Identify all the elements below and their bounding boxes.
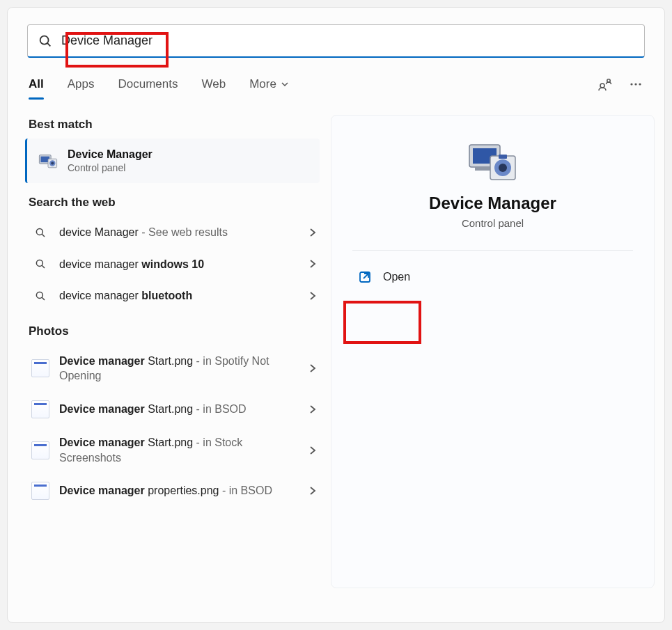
tab-documents[interactable]: Documents — [116, 73, 179, 95]
svg-point-6 — [639, 83, 641, 85]
photo-result-text: Device manager properties.png - in BSOD — [59, 483, 308, 498]
web-result-2[interactable]: device manager bluetooth — [27, 280, 320, 312]
chevron-right-icon — [308, 486, 317, 496]
more-options-icon[interactable] — [627, 75, 645, 93]
device-manager-icon — [38, 151, 58, 171]
tab-web[interactable]: Web — [200, 73, 227, 95]
tabs-row: All Apps Documents Web More — [27, 73, 645, 95]
chevron-right-icon — [308, 446, 317, 455]
svg-line-13 — [42, 234, 45, 237]
web-result-1[interactable]: device manager windows 10 — [27, 249, 320, 281]
svg-point-12 — [36, 228, 42, 235]
svg-point-23 — [499, 164, 507, 172]
file-thumb-icon — [31, 482, 49, 500]
photo-result-3[interactable]: Device manager properties.png - in BSOD — [27, 473, 320, 508]
svg-point-2 — [600, 84, 604, 88]
chevron-down-icon — [281, 80, 289, 88]
photo-result-2[interactable]: Device manager Start.png - in Stock Scre… — [27, 427, 320, 473]
file-thumb-icon — [31, 441, 49, 459]
tab-all[interactable]: All — [27, 73, 45, 95]
svg-line-15 — [42, 266, 45, 269]
svg-rect-24 — [499, 155, 507, 159]
svg-point-14 — [36, 260, 42, 267]
tab-more[interactable]: More — [248, 73, 290, 95]
photo-result-1[interactable]: Device manager Start.png - in BSOD — [27, 392, 320, 427]
preview-title: Device Manager — [348, 194, 637, 213]
photo-result-text: Device manager Start.png - in Spotify No… — [59, 354, 308, 384]
section-photos: Photos — [29, 324, 318, 338]
web-result-text: device manager bluetooth — [59, 288, 308, 304]
divider — [352, 250, 633, 251]
svg-point-4 — [630, 83, 632, 85]
chevron-right-icon — [308, 291, 317, 301]
svg-point-16 — [36, 292, 42, 298]
chevron-right-icon — [308, 404, 317, 414]
open-label: Open — [383, 271, 410, 283]
photo-result-0[interactable]: Device manager Start.png - in Spotify No… — [27, 345, 320, 392]
svg-point-11 — [51, 162, 54, 164]
web-result-text: device manager windows 10 — [59, 257, 308, 272]
search-icon — [38, 33, 53, 49]
preview-subtitle: Control panel — [348, 217, 637, 229]
open-external-icon — [358, 270, 372, 284]
web-result-text: device Manager - See web results — [59, 225, 308, 240]
device-manager-large-icon — [465, 139, 521, 184]
best-match-subtitle: Control panel — [68, 162, 153, 173]
web-result-0[interactable]: device Manager - See web results — [27, 216, 320, 249]
search-icon — [31, 290, 49, 302]
tab-apps[interactable]: Apps — [66, 73, 96, 95]
svg-line-26 — [364, 274, 368, 278]
search-input[interactable] — [61, 33, 634, 48]
chevron-right-icon — [308, 259, 317, 269]
tab-more-label: More — [249, 77, 276, 91]
photo-result-text: Device manager Start.png - in Stock Scre… — [59, 435, 308, 465]
best-match-item[interactable]: Device Manager Control panel — [25, 139, 320, 183]
preview-pane: Device Manager Control panel Open — [331, 115, 655, 588]
section-best-match: Best match — [29, 118, 318, 132]
file-thumb-icon — [31, 400, 49, 418]
search-icon — [31, 226, 49, 239]
svg-point-0 — [40, 36, 49, 44]
groups-icon[interactable] — [596, 75, 614, 93]
chevron-right-icon — [308, 228, 317, 237]
file-thumb-icon — [31, 359, 49, 377]
svg-line-17 — [42, 297, 45, 300]
svg-point-5 — [634, 83, 636, 85]
best-match-title: Device Manager — [68, 148, 153, 161]
open-button[interactable]: Open — [348, 262, 637, 292]
search-icon — [31, 258, 49, 270]
search-bar[interactable] — [27, 24, 645, 58]
svg-line-1 — [47, 42, 50, 45]
chevron-right-icon — [308, 363, 317, 373]
section-web: Search the web — [29, 196, 318, 210]
photo-result-text: Device manager Start.png - in BSOD — [59, 402, 308, 417]
